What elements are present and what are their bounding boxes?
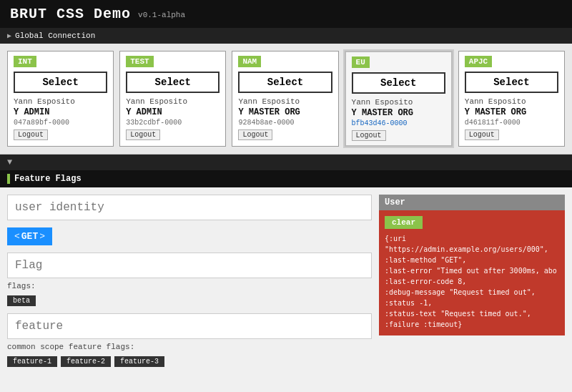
- section-bar-icon: [7, 174, 10, 184]
- feature-tag-feature-3[interactable]: feature-3: [114, 356, 164, 367]
- feature-input[interactable]: [7, 313, 372, 339]
- app-header: BRUT CSS Demo v0.1-alpha: [0, 0, 572, 28]
- region-select-btn-test[interactable]: Select: [126, 72, 220, 93]
- flag-section: flags: beta: [7, 253, 372, 306]
- feature-flags-label: Feature Flags: [14, 174, 82, 184]
- region-logout-int[interactable]: Logout: [14, 129, 48, 140]
- global-connection-bar[interactable]: ▶ Global Connection: [0, 28, 572, 44]
- flag-input[interactable]: [7, 253, 372, 278]
- flags-tags-row: beta: [7, 295, 372, 306]
- feature-flags-header: Feature Flags: [0, 170, 572, 187]
- right-bracket: >: [39, 231, 45, 242]
- region-label-apjc: APJC: [465, 56, 492, 67]
- region-logout-eu[interactable]: Logout: [352, 130, 386, 141]
- region-role-int: Y ADMIN: [14, 107, 107, 117]
- right-panel: User clear {:uri "https://admin.example.…: [379, 195, 565, 367]
- user-panel-header: User: [379, 195, 565, 210]
- region-user-apjc: Yann Esposito: [465, 97, 558, 106]
- global-connection-label: Global Connection: [15, 31, 95, 40]
- user-panel-content: {:uri "https://admin.example.org/users/0…: [385, 233, 559, 330]
- regions-container: INT Select Yann Esposito Y ADMIN 047a89b…: [0, 44, 572, 155]
- app-title: BRUT CSS Demo: [10, 6, 131, 22]
- region-uuid-int: 047a89bf-0000: [14, 119, 107, 127]
- main-content: < GET > flags: beta common scope feature…: [0, 187, 572, 374]
- region-label-nam: NAM: [238, 56, 261, 67]
- feature-section: common scope feature flags: feature-1fea…: [7, 313, 372, 367]
- region-user-eu: Yann Esposito: [352, 98, 445, 107]
- region-card-nam: NAM Select Yann Esposito Y MASTER ORG 92…: [232, 51, 338, 147]
- dropdown-row[interactable]: ▼: [0, 155, 572, 170]
- dropdown-arrow: ▼: [7, 157, 12, 167]
- feature-tag-feature-2[interactable]: feature-2: [61, 356, 111, 367]
- region-uuid-nam: 9284b8ae-0000: [238, 119, 332, 127]
- region-card-eu: EU Select Yann Esposito Y MASTER ORG bfb…: [345, 51, 453, 147]
- get-button[interactable]: < GET >: [7, 227, 52, 245]
- clear-button[interactable]: clear: [385, 216, 423, 229]
- region-label-eu: EU: [352, 57, 370, 68]
- region-logout-nam[interactable]: Logout: [238, 129, 272, 140]
- left-panel: < GET > flags: beta common scope feature…: [7, 195, 379, 367]
- region-uuid-eu: bfb43d46-0000: [352, 119, 445, 127]
- region-uuid-test: 33b2cdbf-0000: [126, 119, 220, 127]
- region-card-apjc: APJC Select Yann Esposito Y MASTER ORG d…: [458, 51, 565, 147]
- get-button-row: < GET >: [7, 227, 372, 245]
- user-panel-body: clear {:uri "https://admin.example.org/u…: [379, 210, 565, 335]
- app-version: v0.1-alpha: [138, 11, 185, 19]
- region-role-apjc: Y MASTER ORG: [465, 107, 558, 117]
- region-user-test: Yann Esposito: [126, 97, 220, 106]
- region-user-int: Yann Esposito: [14, 97, 107, 106]
- region-label-int: INT: [14, 56, 36, 67]
- user-identity-input[interactable]: [7, 195, 372, 220]
- region-label-test: TEST: [126, 56, 153, 67]
- beta-tag[interactable]: beta: [7, 295, 36, 306]
- region-role-nam: Y MASTER ORG: [238, 107, 332, 117]
- region-select-btn-nam[interactable]: Select: [238, 72, 332, 93]
- region-card-int: INT Select Yann Esposito Y ADMIN 047a89b…: [7, 51, 114, 147]
- global-connection-arrow: ▶: [7, 31, 11, 40]
- region-select-btn-eu[interactable]: Select: [352, 72, 445, 94]
- user-panel-title: User: [385, 197, 405, 207]
- region-card-test: TEST Select Yann Esposito Y ADMIN 33b2cd…: [119, 51, 226, 147]
- feature-tag-feature-1[interactable]: feature-1: [7, 356, 57, 367]
- left-bracket: <: [14, 231, 20, 242]
- region-select-btn-apjc[interactable]: Select: [465, 72, 558, 93]
- region-uuid-apjc: d461811f-0000: [465, 119, 558, 127]
- region-role-eu: Y MASTER ORG: [352, 108, 445, 118]
- region-role-test: Y ADMIN: [126, 107, 220, 117]
- get-label: GET: [21, 231, 38, 242]
- identity-section: [7, 195, 372, 220]
- region-logout-apjc[interactable]: Logout: [465, 129, 499, 140]
- region-user-nam: Yann Esposito: [238, 97, 332, 106]
- common-scope-label: common scope feature flags:: [7, 343, 372, 351]
- flags-label: flags:: [7, 282, 372, 290]
- region-select-btn-int[interactable]: Select: [14, 72, 107, 93]
- region-logout-test[interactable]: Logout: [126, 129, 160, 140]
- feature-tags-row: feature-1feature-2feature-3: [7, 356, 372, 367]
